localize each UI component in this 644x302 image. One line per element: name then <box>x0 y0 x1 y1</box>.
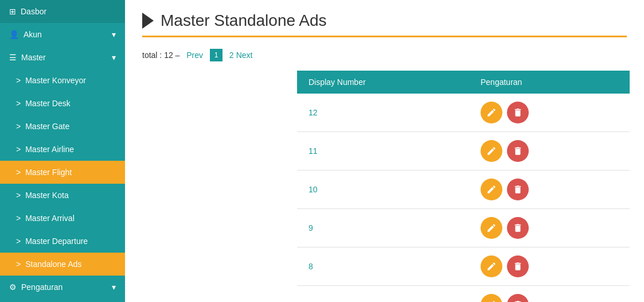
sidebar-item-label: Master Konveyor <box>25 76 86 85</box>
main-content: Master Standalone Ads total : 12 – Prev … <box>125 0 644 302</box>
data-table: Display Number Pengaturan 121110987 <box>297 71 630 302</box>
sidebar-item-label: Master Departure <box>25 237 88 246</box>
delete-button[interactable] <box>507 102 529 123</box>
dasbor-icon: ⊞ <box>9 7 16 16</box>
display-number-cell: 8 <box>297 247 469 286</box>
chevron-down-icon: ▾ <box>112 282 116 292</box>
pagination-info: total : 12 – Prev 1 2 Next <box>142 49 627 61</box>
action-cell <box>469 286 630 303</box>
sidebar-item-master-airline[interactable]: > Master Airline <box>0 138 125 161</box>
sidebar-item-label: Master Airline <box>25 145 74 154</box>
sidebar-item-akun[interactable]: 👤 Akun ▾ <box>0 23 125 46</box>
sidebar-item-label: Master <box>21 53 46 62</box>
table-row: 10 <box>297 171 630 209</box>
next-link[interactable]: Next <box>236 51 253 60</box>
edit-button[interactable] <box>481 140 502 162</box>
display-number-cell: 9 <box>297 209 469 247</box>
sidebar-item-label: Master Arrival <box>25 214 75 223</box>
sidebar-item-master[interactable]: ☰ Master ▾ <box>0 46 125 69</box>
action-cell <box>469 132 630 171</box>
akun-icon: 👤 <box>9 30 19 39</box>
table-row: 7 <box>297 286 630 303</box>
sidebar-item-master-gate[interactable]: > Master Gate <box>0 115 125 138</box>
total-label: total : 12 – <box>142 51 179 60</box>
table-row: 8 <box>297 247 630 286</box>
chevron-right-icon: > <box>16 99 21 108</box>
action-cell <box>469 171 630 209</box>
page-title: Master Standalone Ads <box>161 11 327 30</box>
edit-button[interactable] <box>481 102 502 123</box>
table-row: 12 <box>297 94 630 132</box>
chevron-down-icon: ▾ <box>112 53 116 62</box>
delete-button[interactable] <box>507 255 529 277</box>
delete-button[interactable] <box>507 179 529 200</box>
table-row: 9 <box>297 209 630 247</box>
table-row: 11 <box>297 132 630 171</box>
action-cell <box>469 247 630 286</box>
edit-button[interactable] <box>481 294 502 302</box>
display-number-cell: 10 <box>297 171 469 209</box>
chevron-right-icon: > <box>16 76 21 85</box>
chevron-right-icon: > <box>16 260 21 269</box>
sidebar-item-label: Master Flight <box>25 168 72 177</box>
action-cell <box>469 209 630 247</box>
next-page-num[interactable]: 2 <box>229 51 234 60</box>
col-display-number: Display Number <box>297 71 469 94</box>
table-header-row: Display Number Pengaturan <box>297 71 630 94</box>
chevron-right-icon: > <box>16 237 21 246</box>
sidebar-item-master-kota[interactable]: > Master Kota <box>0 184 125 207</box>
sidebar-item-label: Dasbor <box>21 7 46 16</box>
sidebar: ⊞ Dasbor 👤 Akun ▾ ☰ Master ▾ > Master Ko… <box>0 0 125 302</box>
sidebar-item-master-konveyor[interactable]: > Master Konveyor <box>0 69 125 92</box>
sidebar-item-master-departure[interactable]: > Master Departure <box>0 230 125 253</box>
delete-button[interactable] <box>507 294 529 302</box>
sidebar-item-label: Master Kota <box>25 191 68 200</box>
display-number-cell: 11 <box>297 132 469 171</box>
sidebar-item-standalone-ads[interactable]: > Standalone Ads <box>0 253 125 276</box>
display-number-cell: 7 <box>297 286 469 303</box>
chevron-right-icon: > <box>16 122 21 131</box>
triangle-icon <box>142 13 154 29</box>
sidebar-item-label: Master Gate <box>25 122 69 131</box>
page-header: Master Standalone Ads <box>142 11 627 37</box>
edit-button[interactable] <box>481 255 502 277</box>
sidebar-item-label: Akun <box>24 30 42 39</box>
sidebar-item-label: Pengaturan <box>21 282 63 292</box>
chevron-right-icon: > <box>16 191 21 200</box>
sidebar-item-dasbor[interactable]: ⊞ Dasbor <box>0 0 125 23</box>
chevron-right-icon: > <box>16 145 21 154</box>
sidebar-item-master-arrival[interactable]: > Master Arrival <box>0 207 125 230</box>
sidebar-item-label: Standalone Ads <box>25 260 81 269</box>
master-icon: ☰ <box>9 53 17 62</box>
prev-link[interactable]: Prev <box>186 51 203 60</box>
chevron-right-icon: > <box>16 168 21 177</box>
sidebar-item-master-flight[interactable]: > Master Flight <box>0 161 125 184</box>
sidebar-item-label: Master Desk <box>25 99 71 108</box>
sidebar-item-pengaturan[interactable]: ⚙ Pengaturan ▾ <box>0 276 125 299</box>
col-pengaturan: Pengaturan <box>469 71 630 94</box>
chevron-right-icon: > <box>16 214 21 223</box>
display-number-cell: 12 <box>297 94 469 132</box>
edit-button[interactable] <box>481 217 502 239</box>
gear-icon: ⚙ <box>9 282 17 292</box>
delete-button[interactable] <box>507 217 529 239</box>
delete-button[interactable] <box>507 140 529 162</box>
edit-button[interactable] <box>481 179 502 200</box>
sidebar-item-master-desk[interactable]: > Master Desk <box>0 92 125 115</box>
action-cell <box>469 94 630 132</box>
current-page[interactable]: 1 <box>210 49 223 61</box>
chevron-down-icon: ▾ <box>112 30 116 39</box>
